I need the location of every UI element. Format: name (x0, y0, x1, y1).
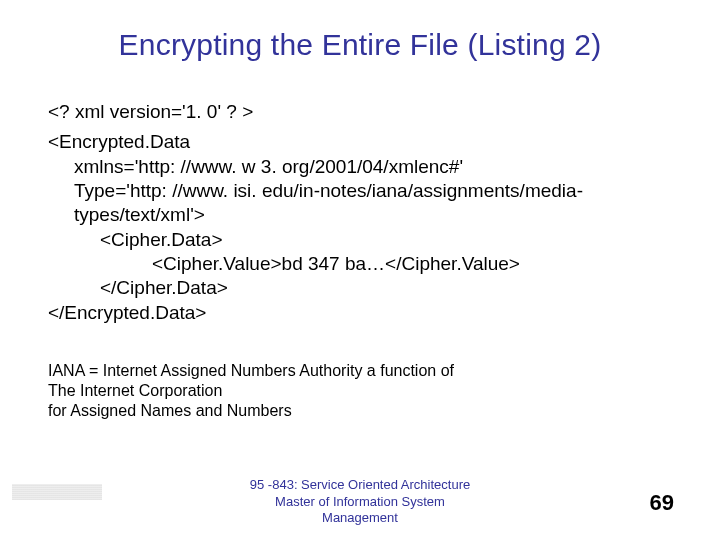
footer-text: 95 -843: Service Oriented Architecture M… (0, 477, 720, 526)
slide-footer: 95 -843: Service Oriented Architecture M… (0, 477, 720, 526)
code-line: <? xml version='1. 0' ? > (48, 100, 672, 124)
footer-program: Management (0, 510, 720, 526)
code-line: <Cipher.Value>bd 347 ba…</Cipher.Value> (48, 252, 672, 276)
slide-title: Encrypting the Entire File (Listing 2) (48, 28, 672, 62)
footer-course: 95 -843: Service Oriented Architecture (0, 477, 720, 493)
code-line: </Encrypted.Data> (48, 301, 672, 325)
code-line: xmlns='http: //www. w 3. org/2001/04/xml… (48, 155, 672, 179)
slide: Encrypting the Entire File (Listing 2) <… (0, 0, 720, 540)
footnote-line: for Assigned Names and Numbers (48, 401, 672, 421)
code-line: <Encrypted.Data (48, 130, 672, 154)
footnote: IANA = Internet Assigned Numbers Authori… (48, 361, 672, 421)
code-line: </Cipher.Data> (48, 276, 672, 300)
footnote-line: IANA = Internet Assigned Numbers Authori… (48, 361, 672, 381)
footer-logo (12, 484, 102, 500)
page-number: 69 (650, 490, 674, 516)
code-line: Type='http: //www. isi. edu/in-notes/ian… (48, 179, 672, 228)
footnote-line: The Internet Corporation (48, 381, 672, 401)
footer-program: Master of Information System (0, 494, 720, 510)
code-line: <Cipher.Data> (48, 228, 672, 252)
code-listing: <? xml version='1. 0' ? > <Encrypted.Dat… (48, 100, 672, 325)
